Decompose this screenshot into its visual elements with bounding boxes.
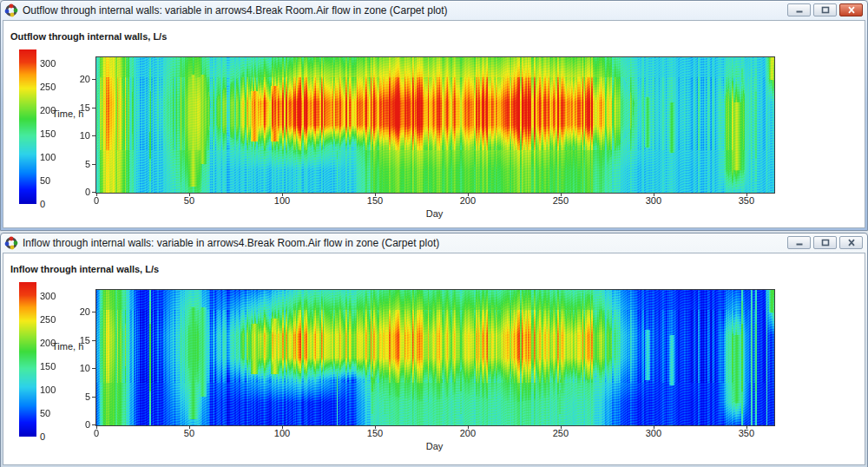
close-button[interactable] [839, 236, 863, 249]
plot-panel: Inflow through internal walls, L/s Time,… [3, 253, 865, 465]
x-tick-mark [375, 193, 376, 196]
y-tick-mark [92, 79, 95, 80]
x-tick-label: 300 [642, 195, 665, 206]
x-tick-label: 250 [549, 428, 572, 438]
y-tick-mark [92, 135, 95, 136]
y-tick-mark [92, 340, 95, 341]
x-tick-label: 200 [457, 428, 479, 438]
x-tick-label: 150 [364, 428, 386, 438]
x-tick-label: 350 [735, 428, 758, 438]
y-tick-mark [92, 397, 95, 398]
maximize-button[interactable] [813, 3, 837, 16]
x-tick-mark [746, 193, 747, 196]
x-tick-label: 100 [271, 428, 293, 438]
x-tick-label: 250 [549, 195, 572, 206]
colorbar-tick-label: 150 [40, 128, 64, 139]
x-axis-label: Day [422, 441, 448, 451]
x-tick-mark [189, 425, 190, 429]
x-axis-label: Day [422, 208, 448, 219]
window-outflow: Outflow through internal walls: variable… [0, 0, 868, 231]
y-tick-label: 20 [73, 74, 90, 84]
y-tick-label: 15 [73, 102, 90, 113]
y-tick-label: 10 [73, 363, 90, 373]
plot-panel: Outflow through internal walls, L/s Time… [3, 20, 865, 228]
colorbar-tick-label: 300 [40, 291, 64, 301]
y-tick-mark [92, 164, 95, 165]
colorbar-tick-label: 250 [40, 314, 64, 325]
window-controls [787, 236, 863, 249]
x-tick-label: 300 [642, 428, 665, 438]
x-tick-mark [96, 193, 97, 196]
window-title: Outflow through internal walls: variable… [23, 3, 783, 16]
close-button[interactable] [839, 3, 863, 16]
x-tick-label: 350 [735, 195, 758, 206]
x-tick-mark [189, 193, 190, 196]
y-tick-label: 10 [73, 130, 90, 141]
colorbar-tick-label: 200 [40, 338, 64, 348]
x-tick-mark [96, 425, 97, 429]
carpet-plot-canvas [95, 56, 775, 194]
minimize-icon [795, 239, 804, 247]
x-tick-label: 50 [178, 428, 201, 438]
colorbar-tick-label: 150 [40, 361, 64, 372]
x-tick-mark [746, 425, 747, 429]
y-tick-mark [92, 368, 95, 369]
colorbar-tick-label: 0 [40, 199, 64, 209]
y-tick-label: 5 [73, 159, 90, 169]
x-tick-label: 0 [85, 195, 108, 206]
colorbar-tick-label: 0 [40, 431, 64, 442]
maximize-button[interactable] [813, 236, 837, 249]
window-title: Inflow through internal walls: variable … [23, 236, 783, 249]
window-controls [787, 3, 863, 16]
colorbar-tick-label: 200 [40, 105, 64, 115]
x-tick-label: 100 [271, 195, 293, 206]
x-tick-label: 0 [85, 428, 108, 438]
x-tick-mark [468, 193, 469, 196]
x-tick-mark [654, 193, 654, 196]
minimize-button[interactable] [787, 236, 811, 249]
plot-title: Inflow through internal walls, L/s [10, 264, 159, 274]
plot-title: Outflow through internal walls, L/s [10, 31, 167, 42]
colorbar-tick-label: 100 [40, 152, 64, 162]
y-tick-label: 15 [73, 335, 90, 345]
colorbar [19, 282, 36, 437]
maximize-icon [821, 6, 830, 14]
colorbar-tick-label: 250 [40, 82, 64, 92]
colorbar-tick-label: 100 [40, 385, 64, 395]
carpet-plot-canvas [95, 289, 775, 426]
colorbar-tick-label: 50 [40, 175, 64, 186]
x-tick-label: 50 [178, 195, 201, 206]
y-tick-label: 5 [73, 391, 90, 402]
close-icon [847, 239, 856, 247]
window-inflow: Inflow through internal walls: variable … [0, 233, 868, 467]
x-tick-mark [282, 193, 283, 196]
x-tick-mark [561, 193, 562, 196]
colorbar [19, 49, 36, 204]
maximize-icon [821, 239, 830, 247]
y-tick-mark [92, 424, 95, 425]
x-tick-mark [654, 425, 654, 429]
titlebar[interactable]: Inflow through internal walls: variable … [1, 234, 867, 252]
app-icon [4, 3, 18, 17]
y-tick-label: 20 [73, 306, 90, 317]
x-tick-mark [282, 425, 283, 429]
x-tick-mark [468, 425, 469, 429]
app-icon [4, 236, 18, 250]
x-tick-label: 200 [457, 195, 479, 206]
x-tick-label: 150 [364, 195, 386, 206]
y-tick-mark [92, 312, 95, 312]
x-tick-mark [375, 425, 376, 429]
y-tick-mark [92, 192, 95, 193]
minimize-button[interactable] [787, 3, 811, 16]
minimize-icon [795, 6, 804, 14]
colorbar-tick-label: 300 [40, 58, 64, 69]
colorbar-tick-label: 50 [40, 408, 64, 418]
close-icon [847, 6, 856, 14]
titlebar[interactable]: Outflow through internal walls: variable… [1, 1, 867, 19]
y-tick-mark [92, 108, 95, 109]
x-tick-mark [561, 425, 562, 429]
